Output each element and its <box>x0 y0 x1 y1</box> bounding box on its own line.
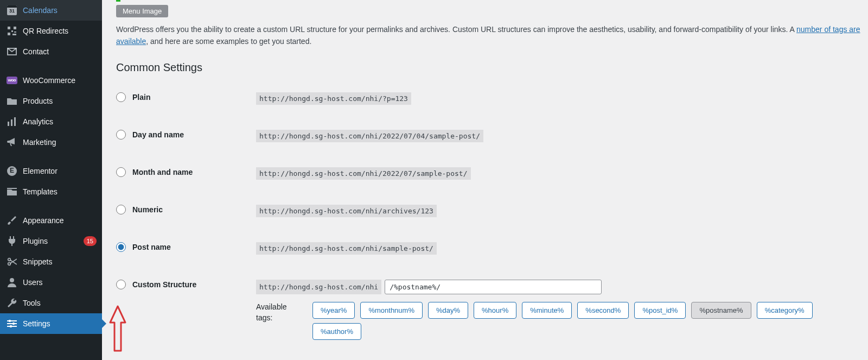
sidebar-item-label: Elementor <box>23 166 97 176</box>
radio-input-numeric[interactable] <box>116 205 126 214</box>
sidebar-item-label: Appearance <box>23 216 97 225</box>
custom-structure-input[interactable] <box>385 280 602 294</box>
sidebar-item-label: Settings <box>23 319 97 329</box>
scissors-icon <box>7 256 17 267</box>
sidebar-item-label: Products <box>23 96 97 106</box>
calendar-icon: 31 <box>7 5 17 16</box>
option-row-numeric: Numeric http://hongd.sg-host.com/nhi/arc… <box>116 205 868 217</box>
main-content: Menu Image WordPress offers you the abil… <box>102 0 868 360</box>
tag-button[interactable]: %author% <box>312 323 361 340</box>
url-sample-monthname: http://hongd.sg-host.com/nhi/2022/07/sam… <box>256 167 471 180</box>
sidebar-item-appearance[interactable]: Appearance <box>0 210 102 231</box>
radio-label: Post name <box>132 243 171 251</box>
sidebar-item-label: Snippets <box>23 257 97 267</box>
sidebar-item-settings[interactable]: Settings <box>0 313 102 334</box>
wrench-icon <box>7 298 17 308</box>
sidebar-item-label: Plugins <box>23 236 76 246</box>
tag-button[interactable]: %year% <box>312 302 355 319</box>
svg-rect-6 <box>8 122 9 126</box>
sidebar-item-elementor[interactable]: E Elementor <box>0 161 102 181</box>
sidebar-item-calendars[interactable]: 31 Calendars <box>0 0 102 21</box>
option-row-plain: Plain http://hongd.sg-host.com/nhi/?p=12… <box>116 92 868 105</box>
url-sample-plain: http://hongd.sg-host.com/nhi/?p=123 <box>256 92 411 105</box>
megaphone-icon <box>7 137 17 148</box>
available-tags-group: %year%%monthnum%%day%%hour%%minute%%seco… <box>312 302 833 340</box>
sidebar-item-plugins[interactable]: Plugins 15 <box>0 231 102 251</box>
radio-label: Numeric <box>132 205 163 214</box>
mail-icon <box>7 46 17 57</box>
svg-point-18 <box>10 325 12 327</box>
sidebar-item-analytics[interactable]: Analytics <box>0 111 102 132</box>
admin-sidebar: 31 Calendars QR Redirects Contact woo Wo… <box>0 0 102 360</box>
sidebar-item-label: Calendars <box>23 5 97 15</box>
radio-input-dayname[interactable] <box>116 130 126 140</box>
tag-button[interactable]: %minute% <box>522 302 572 319</box>
intro-text-after: , and here are some examples to get you … <box>146 37 311 46</box>
sidebar-item-label: Templates <box>23 187 97 197</box>
radio-custom[interactable]: Custom Structure <box>116 280 256 289</box>
sidebar-item-woocommerce[interactable]: woo WooCommerce <box>0 70 102 91</box>
sidebar-item-label: Users <box>23 277 97 287</box>
radio-label: Custom Structure <box>132 280 196 289</box>
tag-button[interactable]: %hour% <box>474 302 516 319</box>
svg-rect-13 <box>7 320 17 321</box>
folder-icon <box>7 96 17 106</box>
chart-bar-icon <box>7 116 17 127</box>
url-sample-dayname: http://hongd.sg-host.com/nhi/2022/07/04/… <box>256 130 483 142</box>
sidebar-item-templates[interactable]: Templates <box>0 181 102 202</box>
svg-rect-4 <box>14 31 16 33</box>
svg-point-16 <box>12 323 15 325</box>
radio-input-custom[interactable] <box>116 280 126 289</box>
radio-label: Day and name <box>132 130 184 139</box>
sidebar-separator <box>0 65 102 67</box>
templates-icon <box>7 186 17 197</box>
user-icon <box>7 277 17 288</box>
radio-label: Month and name <box>132 168 193 176</box>
sidebar-item-users[interactable]: Users <box>0 272 102 293</box>
sidebar-item-label: QR Redirects <box>23 26 97 36</box>
option-row-dayname: Day and name http://hongd.sg-host.com/nh… <box>116 130 868 142</box>
radio-numeric[interactable]: Numeric <box>116 205 256 214</box>
woocommerce-icon: woo <box>7 75 17 86</box>
sidebar-item-products[interactable]: Products <box>0 91 102 111</box>
sidebar-separator <box>0 155 102 158</box>
elementor-icon: E <box>7 166 17 176</box>
intro-paragraph: WordPress offers you the ability to crea… <box>116 24 860 47</box>
tag-button[interactable]: %monthnum% <box>360 302 423 319</box>
sidebar-item-tools[interactable]: Tools <box>0 293 102 313</box>
sidebar-item-label: WooCommerce <box>23 75 97 85</box>
svg-point-14 <box>9 320 11 322</box>
notice-stripe <box>116 0 120 2</box>
tag-button[interactable]: %day% <box>428 302 468 319</box>
sidebar-item-qrredirects[interactable]: QR Redirects <box>0 21 102 41</box>
sidebar-item-snippets[interactable]: Snippets <box>0 251 102 272</box>
section-title: Common Settings <box>116 61 868 74</box>
option-row-postname: Post name http://hongd.sg-host.com/nhi/s… <box>116 242 868 255</box>
tag-button[interactable]: %post_id% <box>634 302 686 319</box>
custom-url-prefix: http://hongd.sg-host.com/nhi <box>256 280 381 294</box>
svg-rect-15 <box>7 323 17 324</box>
svg-rect-1 <box>14 27 16 29</box>
radio-input-plain[interactable] <box>116 92 126 102</box>
sidebar-item-marketing[interactable]: Marketing <box>0 132 102 153</box>
radio-label: Plain <box>132 93 150 102</box>
svg-rect-7 <box>11 119 12 126</box>
sidebar-separator <box>0 205 102 207</box>
svg-rect-0 <box>8 27 10 29</box>
intro-text-before: WordPress offers you the ability to crea… <box>116 25 796 34</box>
radio-input-monthname[interactable] <box>116 167 126 177</box>
qr-icon <box>7 26 17 36</box>
radio-input-postname[interactable] <box>116 242 126 252</box>
sidebar-item-label: Contact <box>23 47 97 56</box>
sidebar-item-contact[interactable]: Contact <box>0 41 102 62</box>
tag-button[interactable]: %postname% <box>691 302 751 319</box>
radio-dayname[interactable]: Day and name <box>116 130 256 140</box>
tag-button[interactable]: %category% <box>757 302 813 319</box>
radio-postname[interactable]: Post name <box>116 242 256 252</box>
svg-rect-8 <box>14 117 16 126</box>
tag-button[interactable]: %second% <box>577 302 629 319</box>
menu-image-button[interactable]: Menu Image <box>116 5 168 17</box>
option-row-custom: Custom Structure http://hongd.sg-host.co… <box>116 280 868 340</box>
radio-monthname[interactable]: Month and name <box>116 167 256 177</box>
radio-plain[interactable]: Plain <box>116 92 256 102</box>
